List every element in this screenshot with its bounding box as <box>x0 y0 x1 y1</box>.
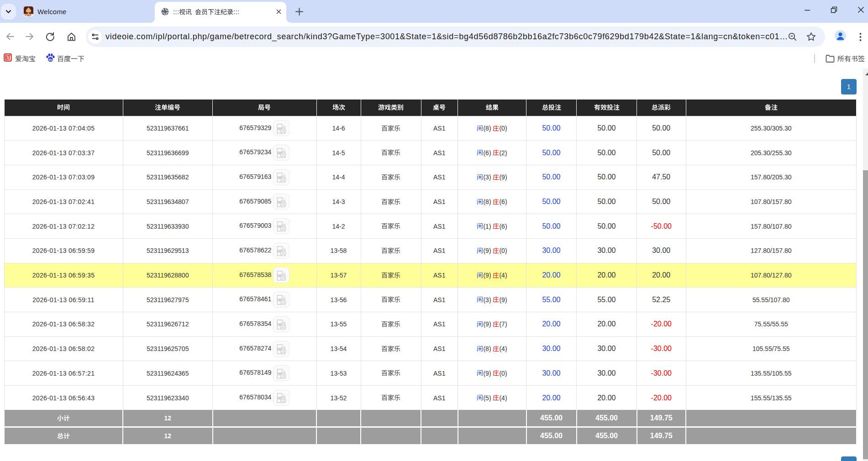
svg-text:du: du <box>48 58 53 61</box>
